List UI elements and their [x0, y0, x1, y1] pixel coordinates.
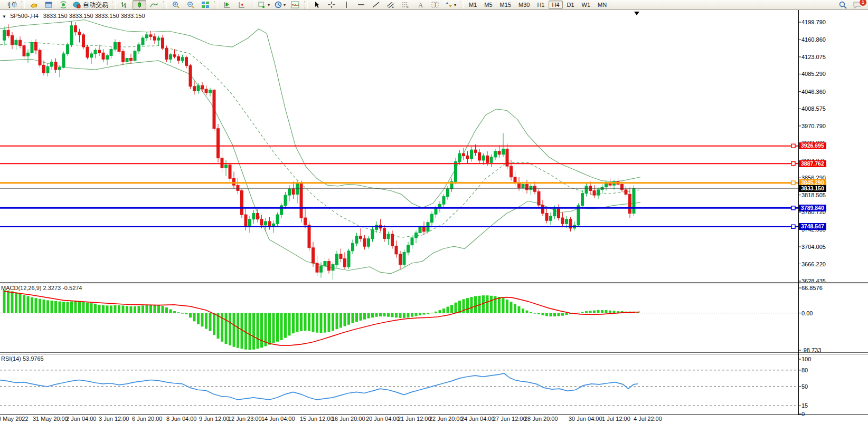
- macd-tick-label: 0.00: [801, 310, 813, 316]
- svg-text:F: F: [407, 5, 409, 8]
- macd-tick-label: 66.8576: [801, 285, 823, 291]
- rsi-tick-label: 80: [801, 367, 808, 373]
- panel-separator-macd[interactable]: [0, 282, 868, 284]
- add-indicator-icon[interactable]: ▾: [257, 0, 271, 9]
- arrows-icon[interactable]: ▾: [443, 0, 458, 9]
- templates-icon[interactable]: [288, 0, 302, 9]
- chat-icon[interactable]: 1: [851, 0, 864, 9]
- time-axis-label: 6 Jun 20:00: [132, 416, 163, 422]
- text-label-icon[interactable]: T: [428, 0, 442, 9]
- chevron-down-icon[interactable]: ▾: [268, 3, 270, 7]
- chart-area[interactable]: ▼ SP500-,H4 3833.150 3833.150 3833.150 3…: [0, 10, 868, 424]
- rsi-line: [0, 373, 638, 400]
- timeframe-m15-button[interactable]: M15: [497, 1, 514, 9]
- time-axis-label: 20 Jun 04:00: [366, 416, 400, 422]
- signals-icon[interactable]: [56, 0, 70, 9]
- price-tick-label: 4160.860: [801, 36, 826, 43]
- time-axis-label: 2 Jun 04:00: [66, 416, 97, 422]
- chevron-down-icon[interactable]: ▾: [454, 3, 456, 7]
- new-order-label: 刂单: [5, 1, 17, 9]
- macd-signal-line: [4, 291, 640, 345]
- svg-text:E: E: [392, 5, 394, 8]
- crosshair-icon[interactable]: [325, 0, 338, 9]
- rsi-tick-label: 100: [801, 356, 811, 362]
- new-order-button[interactable]: 刂单: [2, 0, 19, 9]
- chart-canvas: [0, 0, 868, 424]
- auto-trading-button[interactable]: 自动交易: [71, 0, 110, 9]
- main-toolbar: 刂单自动交易▾▾EFAT▾M1M5M15M30H1H4D1W1MN1: [0, 0, 868, 10]
- rsi-indicator-label: RSI(14) 53.9765: [1, 355, 44, 362]
- price-tick-label: 3970.790: [801, 123, 826, 129]
- price-axis-line: [798, 10, 799, 415]
- price-tick-label: 3666.220: [801, 261, 826, 267]
- zoom-in-icon[interactable]: [169, 0, 183, 9]
- svg-text:A: A: [418, 1, 423, 8]
- trend-line-icon[interactable]: [369, 0, 383, 9]
- price-tick-label: 4008.575: [801, 105, 826, 112]
- fibonacci-icon[interactable]: F: [399, 0, 412, 9]
- time-axis-label: 30 Jun 04:00: [569, 416, 602, 422]
- timeframe-h1-button[interactable]: H1: [534, 1, 548, 9]
- macd-indicator-label: MACD(12,26,9) 2.3273 -0.5274: [1, 285, 82, 291]
- auto-scroll-icon[interactable]: [220, 0, 234, 9]
- horizontal-line-icon[interactable]: [354, 0, 368, 9]
- candles-layer: [3, 21, 636, 280]
- time-axis-label: 8 Jun 04:00: [166, 416, 197, 422]
- timeframe-m1-button[interactable]: M1: [466, 1, 480, 9]
- chevron-down-icon[interactable]: ▾: [284, 3, 286, 7]
- chart-title-row: ▼ SP500-,H4 3833.150 3833.150 3833.150 3…: [2, 13, 145, 19]
- time-axis-label: 31 May 20:00: [33, 416, 68, 422]
- price-level-badge: 3833.150: [799, 185, 826, 192]
- toolbar-separator: [112, 1, 116, 8]
- panel-separator-rsi[interactable]: [0, 352, 868, 354]
- chart-shift-icon[interactable]: [235, 0, 249, 9]
- text-icon[interactable]: A: [413, 0, 427, 9]
- periods-icon[interactable]: ▾: [272, 0, 287, 9]
- time-axis-label: 12 Jun 23:00: [228, 416, 262, 422]
- vertical-line-icon[interactable]: [339, 0, 353, 9]
- time-axis-label: 27 Jun 12:00: [493, 416, 526, 422]
- bar-chart-icon[interactable]: [118, 0, 131, 9]
- navigator-icon[interactable]: [42, 0, 55, 9]
- price-tick-label: 4199.790: [801, 19, 826, 25]
- time-axis-label: 22 Jun 20:00: [429, 416, 463, 422]
- time-axis-label: 15 Jun 12:00: [300, 416, 334, 422]
- rsi-tick-label: 0: [801, 411, 805, 417]
- price-tick-label: 3818.505: [801, 192, 826, 198]
- notification-badge: 1: [859, 0, 867, 6]
- timeframe-m5-button[interactable]: M5: [481, 1, 495, 9]
- toolbar-separator: [304, 1, 308, 8]
- toolbar-separator: [460, 1, 464, 8]
- zoom-out-icon[interactable]: [184, 0, 197, 9]
- time-axis-label: 16 Jun 20:00: [332, 416, 365, 422]
- timeframe-w1-button[interactable]: W1: [579, 1, 594, 9]
- toolbar-separator: [214, 1, 218, 8]
- time-axis-label: 1 Jul 12:00: [602, 416, 630, 422]
- cursor-icon[interactable]: [310, 0, 324, 9]
- symbol-dropdown-icon[interactable]: ▼: [2, 14, 6, 19]
- time-axis-label: 3 Jun 12:00: [99, 416, 129, 422]
- time-axis-label: 9 Jun 12:00: [199, 416, 230, 422]
- timeframe-d1-button[interactable]: D1: [564, 1, 578, 9]
- candlestick-chart-icon[interactable]: [133, 0, 146, 9]
- equidistant-channel-icon[interactable]: E: [384, 0, 398, 9]
- timeframe-mn-button[interactable]: MN: [595, 1, 610, 9]
- chart-ohlc-values: 3833.150 3833.150 3833.150 3833.150: [43, 13, 145, 19]
- tile-windows-icon[interactable]: [199, 0, 212, 9]
- timeframe-m30-button[interactable]: M30: [515, 1, 533, 9]
- axis-tick-marks: [0, 22, 801, 417]
- chart-title: SP500-,H4: [10, 13, 39, 19]
- price-tick-label: 3704.005: [801, 244, 826, 250]
- line-chart-icon[interactable]: [147, 0, 161, 9]
- rsi-tick-label: 15: [801, 402, 808, 409]
- horizontal-level-lines[interactable]: [0, 144, 798, 228]
- timeframe-h4-button[interactable]: H4: [549, 1, 562, 9]
- last-bar-marker-icon: [634, 12, 639, 15]
- price-tick-label: 4085.290: [801, 71, 826, 77]
- search-icon[interactable]: [836, 0, 850, 9]
- macd-panel: [0, 290, 798, 350]
- market-watch-icon[interactable]: [27, 0, 41, 9]
- time-axis-label: 24 Jun 04:00: [461, 416, 495, 422]
- time-axis-label: 14 Jun 04:00: [261, 416, 295, 422]
- time-axis-label: 30 May 2022: [0, 416, 29, 422]
